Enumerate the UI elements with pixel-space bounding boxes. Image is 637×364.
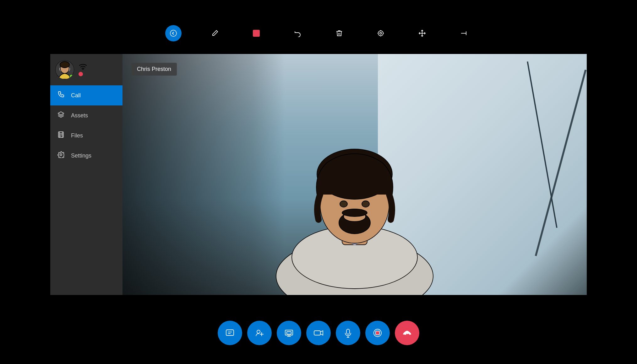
nav-assets-label: Assets — [71, 112, 88, 119]
caller-name-text: Chris Preston — [137, 66, 171, 72]
undo-button[interactable] — [290, 25, 306, 41]
svg-point-16 — [60, 62, 69, 68]
nav-item-assets[interactable]: Assets — [50, 105, 122, 126]
svg-point-37 — [257, 330, 260, 333]
nav-item-settings[interactable]: Settings — [50, 146, 122, 166]
target-button[interactable] — [373, 25, 389, 41]
nav-call-label: Call — [71, 92, 81, 99]
nav-settings-label: Settings — [71, 153, 91, 159]
back-button[interactable] — [165, 25, 182, 41]
pen-button[interactable] — [207, 25, 223, 41]
caller-name-badge: Chris Preston — [131, 63, 177, 76]
status-icons — [79, 63, 87, 76]
video-button[interactable] — [306, 321, 331, 345]
nav-files-label: Files — [71, 132, 83, 139]
nav-item-files[interactable]: Files — [50, 126, 122, 146]
add-person-button[interactable] — [247, 321, 272, 345]
nav-item-call[interactable]: Call — [50, 85, 122, 105]
move-button[interactable] — [414, 25, 430, 41]
svg-point-17 — [83, 69, 84, 70]
svg-rect-41 — [287, 332, 291, 334]
svg-rect-19 — [59, 132, 63, 137]
end-call-button[interactable] — [395, 321, 419, 345]
svg-rect-44 — [314, 331, 320, 335]
svg-point-23 — [60, 154, 62, 156]
pin-button[interactable] — [455, 25, 472, 41]
online-indicator — [69, 74, 74, 78]
color-button[interactable] — [248, 25, 264, 41]
chat-button[interactable] — [218, 321, 242, 345]
share-screen-button[interactable] — [277, 321, 301, 345]
main-content: Call Assets Fi — [50, 54, 587, 295]
svg-rect-34 — [226, 330, 234, 335]
svg-point-33 — [342, 209, 367, 217]
record-button[interactable] — [365, 321, 390, 345]
video-container: Chris Preston — [122, 54, 587, 295]
avatar — [55, 60, 74, 79]
mic-button[interactable] — [336, 321, 360, 345]
svg-point-1 — [378, 31, 383, 36]
svg-point-29 — [340, 201, 347, 207]
assets-icon — [57, 111, 65, 120]
sidebar: Call Assets Fi — [50, 54, 122, 295]
files-icon — [57, 131, 65, 140]
svg-point-0 — [170, 30, 177, 36]
top-toolbar — [165, 25, 472, 41]
delete-button[interactable] — [331, 25, 347, 41]
svg-rect-49 — [376, 331, 379, 335]
settings-icon — [57, 151, 65, 160]
sidebar-header — [50, 54, 122, 85]
phone-icon — [57, 91, 65, 100]
svg-point-30 — [362, 201, 369, 207]
svg-rect-45 — [346, 329, 350, 334]
video-background: Chris Preston — [122, 54, 587, 295]
svg-point-2 — [380, 32, 382, 34]
bottom-controls — [218, 321, 419, 345]
